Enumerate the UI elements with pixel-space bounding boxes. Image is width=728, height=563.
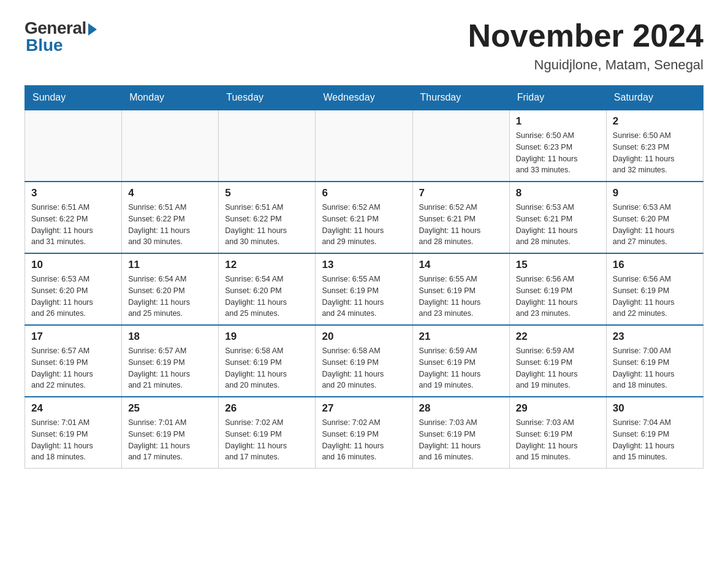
day-info: Sunrise: 7:02 AM Sunset: 6:19 PM Dayligh… [225, 417, 309, 463]
day-info: Sunrise: 6:55 AM Sunset: 6:19 PM Dayligh… [322, 274, 406, 320]
day-number: 3 [31, 187, 115, 199]
day-number: 19 [225, 331, 309, 343]
day-info: Sunrise: 7:01 AM Sunset: 6:19 PM Dayligh… [31, 417, 115, 463]
day-number: 24 [31, 402, 115, 415]
day-info: Sunrise: 6:51 AM Sunset: 6:22 PM Dayligh… [128, 202, 212, 248]
day-info: Sunrise: 6:56 AM Sunset: 6:19 PM Dayligh… [516, 274, 600, 320]
day-info: Sunrise: 7:02 AM Sunset: 6:19 PM Dayligh… [322, 417, 406, 463]
day-info: Sunrise: 6:53 AM Sunset: 6:20 PM Dayligh… [31, 274, 115, 320]
calendar-cell: 17Sunrise: 6:57 AM Sunset: 6:19 PM Dayli… [25, 325, 122, 397]
day-number: 20 [322, 331, 406, 343]
day-number: 10 [31, 259, 115, 271]
calendar-cell: 4Sunrise: 6:51 AM Sunset: 6:22 PM Daylig… [122, 182, 219, 253]
day-number: 14 [419, 259, 503, 271]
calendar-cell [25, 110, 122, 182]
day-info: Sunrise: 6:55 AM Sunset: 6:19 PM Dayligh… [419, 274, 503, 320]
day-info: Sunrise: 6:57 AM Sunset: 6:19 PM Dayligh… [128, 345, 212, 391]
calendar-cell: 12Sunrise: 6:54 AM Sunset: 6:20 PM Dayli… [219, 253, 316, 325]
week-row-1: 1Sunrise: 6:50 AM Sunset: 6:23 PM Daylig… [25, 110, 703, 182]
column-header-thursday: Thursday [412, 86, 509, 110]
day-number: 2 [613, 115, 697, 128]
day-number: 26 [225, 402, 309, 415]
day-number: 27 [322, 402, 406, 415]
calendar-cell [219, 110, 316, 182]
day-number: 17 [31, 331, 115, 343]
calendar-cell: 7Sunrise: 6:52 AM Sunset: 6:21 PM Daylig… [412, 182, 509, 253]
calendar-cell: 6Sunrise: 6:52 AM Sunset: 6:21 PM Daylig… [316, 182, 412, 253]
day-info: Sunrise: 6:54 AM Sunset: 6:20 PM Dayligh… [128, 274, 212, 320]
header-row: SundayMondayTuesdayWednesdayThursdayFrid… [25, 86, 703, 110]
day-info: Sunrise: 6:59 AM Sunset: 6:19 PM Dayligh… [516, 345, 600, 391]
day-number: 30 [613, 402, 697, 415]
calendar-cell: 26Sunrise: 7:02 AM Sunset: 6:19 PM Dayli… [219, 397, 316, 469]
calendar-cell: 5Sunrise: 6:51 AM Sunset: 6:22 PM Daylig… [219, 182, 316, 253]
calendar-cell [316, 110, 412, 182]
day-number: 28 [419, 402, 503, 415]
day-number: 16 [613, 259, 697, 271]
calendar-cell: 23Sunrise: 7:00 AM Sunset: 6:19 PM Dayli… [606, 325, 703, 397]
day-number: 9 [613, 187, 697, 199]
calendar-cell: 14Sunrise: 6:55 AM Sunset: 6:19 PM Dayli… [412, 253, 509, 325]
logo-triangle-icon [88, 23, 97, 36]
column-header-sunday: Sunday [25, 86, 122, 110]
day-info: Sunrise: 6:53 AM Sunset: 6:21 PM Dayligh… [516, 202, 600, 248]
calendar-cell [122, 110, 219, 182]
calendar-cell: 21Sunrise: 6:59 AM Sunset: 6:19 PM Dayli… [412, 325, 509, 397]
day-info: Sunrise: 7:01 AM Sunset: 6:19 PM Dayligh… [128, 417, 212, 463]
day-number: 13 [322, 259, 406, 271]
column-header-monday: Monday [122, 86, 219, 110]
day-info: Sunrise: 6:52 AM Sunset: 6:21 PM Dayligh… [322, 202, 406, 248]
day-number: 6 [322, 187, 406, 199]
column-header-saturday: Saturday [606, 86, 703, 110]
day-info: Sunrise: 6:50 AM Sunset: 6:23 PM Dayligh… [516, 130, 600, 176]
calendar-cell: 15Sunrise: 6:56 AM Sunset: 6:19 PM Dayli… [509, 253, 606, 325]
day-number: 7 [419, 187, 503, 199]
calendar-cell: 19Sunrise: 6:58 AM Sunset: 6:19 PM Dayli… [219, 325, 316, 397]
calendar-table: SundayMondayTuesdayWednesdayThursdayFrid… [25, 85, 703, 469]
column-header-tuesday: Tuesday [219, 86, 316, 110]
calendar-cell: 28Sunrise: 7:03 AM Sunset: 6:19 PM Dayli… [412, 397, 509, 469]
calendar-cell: 30Sunrise: 7:04 AM Sunset: 6:19 PM Dayli… [606, 397, 703, 469]
calendar-cell: 20Sunrise: 6:58 AM Sunset: 6:19 PM Dayli… [316, 325, 412, 397]
calendar-cell [412, 110, 509, 182]
day-number: 11 [128, 259, 212, 271]
calendar-cell: 13Sunrise: 6:55 AM Sunset: 6:19 PM Dayli… [316, 253, 412, 325]
day-info: Sunrise: 6:59 AM Sunset: 6:19 PM Dayligh… [419, 345, 503, 391]
calendar-cell: 9Sunrise: 6:53 AM Sunset: 6:20 PM Daylig… [606, 182, 703, 253]
location-subtitle: Nguidjlone, Matam, Senegal [468, 57, 703, 73]
calendar-cell: 8Sunrise: 6:53 AM Sunset: 6:21 PM Daylig… [509, 182, 606, 253]
day-info: Sunrise: 7:03 AM Sunset: 6:19 PM Dayligh… [516, 417, 600, 463]
day-info: Sunrise: 6:52 AM Sunset: 6:21 PM Dayligh… [419, 202, 503, 248]
day-info: Sunrise: 6:58 AM Sunset: 6:19 PM Dayligh… [225, 345, 309, 391]
day-info: Sunrise: 6:51 AM Sunset: 6:22 PM Dayligh… [225, 202, 309, 248]
calendar-cell: 2Sunrise: 6:50 AM Sunset: 6:23 PM Daylig… [606, 110, 703, 182]
week-row-2: 3Sunrise: 6:51 AM Sunset: 6:22 PM Daylig… [25, 182, 703, 253]
day-number: 29 [516, 402, 600, 415]
day-number: 15 [516, 259, 600, 271]
calendar-cell: 24Sunrise: 7:01 AM Sunset: 6:19 PM Dayli… [25, 397, 122, 469]
calendar-cell: 29Sunrise: 7:03 AM Sunset: 6:19 PM Dayli… [509, 397, 606, 469]
day-info: Sunrise: 7:00 AM Sunset: 6:19 PM Dayligh… [613, 345, 697, 391]
title-area: November 2024 Nguidjlone, Matam, Senegal [468, 18, 703, 73]
calendar-cell: 1Sunrise: 6:50 AM Sunset: 6:23 PM Daylig… [509, 110, 606, 182]
calendar-cell: 16Sunrise: 6:56 AM Sunset: 6:19 PM Dayli… [606, 253, 703, 325]
column-header-friday: Friday [509, 86, 606, 110]
day-number: 23 [613, 331, 697, 343]
day-info: Sunrise: 6:58 AM Sunset: 6:19 PM Dayligh… [322, 345, 406, 391]
week-row-5: 24Sunrise: 7:01 AM Sunset: 6:19 PM Dayli… [25, 397, 703, 469]
day-number: 5 [225, 187, 309, 199]
header: General Blue November 2024 Nguidjlone, M… [25, 18, 703, 73]
day-number: 12 [225, 259, 309, 271]
day-info: Sunrise: 7:04 AM Sunset: 6:19 PM Dayligh… [613, 417, 697, 463]
day-info: Sunrise: 6:50 AM Sunset: 6:23 PM Dayligh… [613, 130, 697, 176]
day-info: Sunrise: 6:57 AM Sunset: 6:19 PM Dayligh… [31, 345, 115, 391]
day-number: 8 [516, 187, 600, 199]
calendar-cell: 27Sunrise: 7:02 AM Sunset: 6:19 PM Dayli… [316, 397, 412, 469]
day-number: 25 [128, 402, 212, 415]
calendar-cell: 18Sunrise: 6:57 AM Sunset: 6:19 PM Dayli… [122, 325, 219, 397]
calendar-cell: 3Sunrise: 6:51 AM Sunset: 6:22 PM Daylig… [25, 182, 122, 253]
day-number: 1 [516, 115, 600, 128]
calendar-cell: 22Sunrise: 6:59 AM Sunset: 6:19 PM Dayli… [509, 325, 606, 397]
day-number: 22 [516, 331, 600, 343]
logo: General Blue [25, 18, 97, 55]
